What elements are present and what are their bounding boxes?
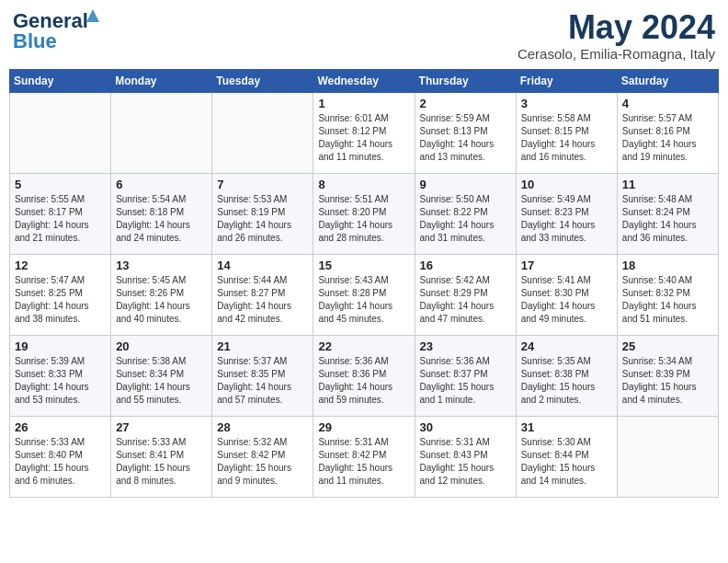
day-cell (111, 92, 212, 173)
day-info: Sunrise: 5:38 AM Sunset: 8:34 PM Dayligh… (116, 355, 207, 407)
day-info: Sunrise: 5:34 AM Sunset: 8:39 PM Dayligh… (622, 355, 713, 407)
day-cell: 18Sunrise: 5:40 AM Sunset: 8:32 PM Dayli… (617, 254, 718, 335)
week-row-1: 1Sunrise: 6:01 AM Sunset: 8:12 PM Daylig… (10, 92, 719, 173)
day-number: 13 (116, 259, 207, 272)
col-header-sunday: Sunday (10, 69, 111, 92)
day-info: Sunrise: 5:45 AM Sunset: 8:26 PM Dayligh… (116, 274, 207, 326)
day-cell: 13Sunrise: 5:45 AM Sunset: 8:26 PM Dayli… (111, 254, 212, 335)
day-cell: 22Sunrise: 5:36 AM Sunset: 8:36 PM Dayli… (313, 335, 415, 416)
col-header-friday: Friday (516, 69, 617, 92)
day-cell: 14Sunrise: 5:44 AM Sunset: 8:27 PM Dayli… (212, 254, 313, 335)
day-number: 3 (521, 97, 612, 110)
day-cell: 26Sunrise: 5:33 AM Sunset: 8:40 PM Dayli… (10, 416, 111, 497)
day-cell: 20Sunrise: 5:38 AM Sunset: 8:34 PM Dayli… (111, 335, 212, 416)
day-number: 4 (622, 97, 713, 110)
day-cell: 1Sunrise: 6:01 AM Sunset: 8:12 PM Daylig… (313, 92, 415, 173)
day-number: 21 (217, 339, 308, 353)
day-cell: 11Sunrise: 5:48 AM Sunset: 8:24 PM Dayli… (617, 173, 718, 254)
logo-general: General (13, 9, 88, 32)
day-cell: 12Sunrise: 5:47 AM Sunset: 8:25 PM Dayli… (10, 254, 111, 335)
day-info: Sunrise: 5:57 AM Sunset: 8:16 PM Dayligh… (622, 112, 713, 164)
day-number: 5 (15, 178, 106, 191)
day-info: Sunrise: 5:31 AM Sunset: 8:43 PM Dayligh… (420, 436, 511, 488)
day-cell: 25Sunrise: 5:34 AM Sunset: 8:39 PM Dayli… (617, 335, 718, 416)
day-number: 29 (318, 420, 409, 434)
day-cell: 29Sunrise: 5:31 AM Sunset: 8:42 PM Dayli… (313, 416, 415, 497)
header-row: SundayMondayTuesdayWednesdayThursdayFrid… (10, 69, 719, 92)
day-info: Sunrise: 5:36 AM Sunset: 8:36 PM Dayligh… (318, 355, 409, 407)
day-number: 31 (521, 420, 612, 434)
col-header-monday: Monday (111, 69, 212, 92)
day-number: 6 (116, 178, 207, 191)
day-cell: 19Sunrise: 5:39 AM Sunset: 8:33 PM Dayli… (10, 335, 111, 416)
day-info: Sunrise: 6:01 AM Sunset: 8:12 PM Dayligh… (318, 112, 409, 164)
col-header-tuesday: Tuesday (212, 69, 313, 92)
day-info: Sunrise: 5:37 AM Sunset: 8:35 PM Dayligh… (217, 355, 308, 407)
day-number: 17 (521, 259, 612, 272)
day-info: Sunrise: 5:47 AM Sunset: 8:25 PM Dayligh… (15, 274, 106, 326)
day-info: Sunrise: 5:49 AM Sunset: 8:23 PM Dayligh… (521, 193, 612, 245)
week-row-5: 26Sunrise: 5:33 AM Sunset: 8:40 PM Dayli… (10, 416, 719, 497)
day-info: Sunrise: 5:41 AM Sunset: 8:30 PM Dayligh… (521, 274, 612, 326)
day-cell: 5Sunrise: 5:55 AM Sunset: 8:17 PM Daylig… (10, 173, 111, 254)
day-number: 2 (420, 97, 511, 110)
day-info: Sunrise: 5:39 AM Sunset: 8:33 PM Dayligh… (15, 355, 106, 407)
day-cell: 21Sunrise: 5:37 AM Sunset: 8:35 PM Dayli… (212, 335, 313, 416)
day-info: Sunrise: 5:44 AM Sunset: 8:27 PM Dayligh… (217, 274, 308, 326)
day-number: 15 (318, 259, 409, 272)
day-info: Sunrise: 5:40 AM Sunset: 8:32 PM Dayligh… (622, 274, 713, 326)
day-cell: 3Sunrise: 5:58 AM Sunset: 8:15 PM Daylig… (516, 92, 617, 173)
day-info: Sunrise: 5:32 AM Sunset: 8:42 PM Dayligh… (217, 436, 308, 488)
day-info: Sunrise: 5:51 AM Sunset: 8:20 PM Dayligh… (318, 193, 409, 245)
svg-marker-0 (86, 9, 99, 22)
logo: General Blue (13, 9, 88, 53)
day-info: Sunrise: 5:30 AM Sunset: 8:44 PM Dayligh… (521, 436, 612, 488)
page-header: General Blue May 2024 Cerasolo, Emilia-R… (9, 9, 719, 62)
day-number: 9 (420, 178, 511, 191)
day-number: 22 (318, 339, 409, 353)
col-header-wednesday: Wednesday (313, 69, 415, 92)
location-subtitle: Cerasolo, Emilia-Romagna, Italy (518, 46, 715, 62)
day-cell: 27Sunrise: 5:33 AM Sunset: 8:41 PM Dayli… (111, 416, 212, 497)
day-info: Sunrise: 5:43 AM Sunset: 8:28 PM Dayligh… (318, 274, 409, 326)
week-row-3: 12Sunrise: 5:47 AM Sunset: 8:25 PM Dayli… (10, 254, 719, 335)
col-header-thursday: Thursday (415, 69, 516, 92)
day-info: Sunrise: 5:59 AM Sunset: 8:13 PM Dayligh… (420, 112, 511, 164)
day-number: 7 (217, 178, 308, 191)
day-cell: 8Sunrise: 5:51 AM Sunset: 8:20 PM Daylig… (313, 173, 415, 254)
day-number: 18 (622, 259, 713, 272)
day-number: 8 (318, 178, 409, 191)
day-number: 23 (420, 339, 511, 353)
day-cell (617, 416, 718, 497)
day-number: 27 (116, 420, 207, 434)
day-cell: 10Sunrise: 5:49 AM Sunset: 8:23 PM Dayli… (516, 173, 617, 254)
day-info: Sunrise: 5:35 AM Sunset: 8:38 PM Dayligh… (521, 355, 612, 407)
week-row-4: 19Sunrise: 5:39 AM Sunset: 8:33 PM Dayli… (10, 335, 719, 416)
month-title: May 2024 (518, 9, 715, 46)
day-number: 19 (15, 339, 106, 353)
day-info: Sunrise: 5:33 AM Sunset: 8:40 PM Dayligh… (15, 436, 106, 488)
col-header-saturday: Saturday (617, 69, 718, 92)
day-cell: 30Sunrise: 5:31 AM Sunset: 8:43 PM Dayli… (415, 416, 516, 497)
day-number: 26 (15, 420, 106, 434)
day-cell: 31Sunrise: 5:30 AM Sunset: 8:44 PM Dayli… (516, 416, 617, 497)
day-number: 10 (521, 178, 612, 191)
day-info: Sunrise: 5:54 AM Sunset: 8:18 PM Dayligh… (116, 193, 207, 245)
day-info: Sunrise: 5:36 AM Sunset: 8:37 PM Dayligh… (420, 355, 511, 407)
logo-triangle-icon (85, 7, 101, 24)
day-info: Sunrise: 5:48 AM Sunset: 8:24 PM Dayligh… (622, 193, 713, 245)
day-number: 12 (15, 259, 106, 272)
day-number: 16 (420, 259, 511, 272)
day-number: 14 (217, 259, 308, 272)
day-cell: 15Sunrise: 5:43 AM Sunset: 8:28 PM Dayli… (313, 254, 415, 335)
day-info: Sunrise: 5:55 AM Sunset: 8:17 PM Dayligh… (15, 193, 106, 245)
day-cell: 16Sunrise: 5:42 AM Sunset: 8:29 PM Dayli… (415, 254, 516, 335)
day-info: Sunrise: 5:42 AM Sunset: 8:29 PM Dayligh… (420, 274, 511, 326)
day-cell: 9Sunrise: 5:50 AM Sunset: 8:22 PM Daylig… (415, 173, 516, 254)
day-cell: 24Sunrise: 5:35 AM Sunset: 8:38 PM Dayli… (516, 335, 617, 416)
day-cell (10, 92, 111, 173)
day-cell: 4Sunrise: 5:57 AM Sunset: 8:16 PM Daylig… (617, 92, 718, 173)
day-info: Sunrise: 5:33 AM Sunset: 8:41 PM Dayligh… (116, 436, 207, 488)
day-number: 28 (217, 420, 308, 434)
day-cell: 17Sunrise: 5:41 AM Sunset: 8:30 PM Dayli… (516, 254, 617, 335)
